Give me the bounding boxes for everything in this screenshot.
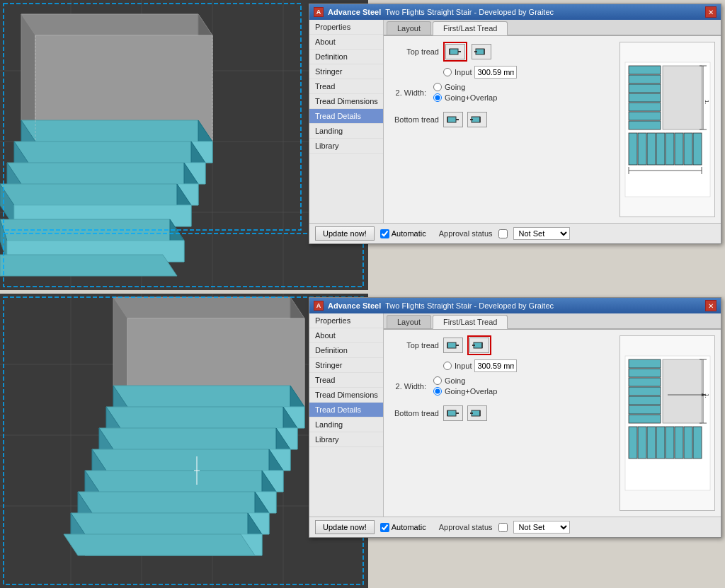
bottom-bar-top: Update now! Automatic Approval status No… (309, 223, 721, 243)
input-radio-top[interactable] (443, 68, 452, 76)
svg-rect-121 (472, 345, 475, 346)
input-radio-bottom[interactable] (443, 362, 452, 370)
not-set-select-top[interactable]: Not Set Approved Rejected (513, 227, 570, 240)
bottom-tread-icon1-btn-bottom[interactable] (443, 405, 463, 421)
going-radio-top[interactable] (433, 83, 442, 91)
top-tread-icon2-btn-bottom[interactable] (469, 338, 489, 353)
sidebar-bottom: Properties About Definition Stringer Tre… (309, 313, 384, 517)
content-panel-top: Top tread (384, 36, 721, 223)
svg-rect-91 (470, 119, 473, 120)
sidebar-item-tread-details[interactable]: Tread Details (309, 109, 383, 124)
dialog-titlebar-bottom: A Advance Steel Two Flights Straight Sta… (309, 298, 721, 313)
svg-marker-61 (92, 449, 283, 471)
svg-rect-138 (638, 427, 646, 459)
going-overlap-radio-row-top: Going+Overlap (433, 93, 497, 102)
bottom-tread-icon2-btn-bottom[interactable] (467, 405, 487, 421)
sidebar-bottom-library[interactable]: Library (309, 432, 383, 447)
sidebar-item-properties[interactable]: Properties (309, 20, 383, 35)
svg-rect-123 (447, 410, 456, 416)
svg-rect-143 (684, 427, 692, 459)
sidebar-item-definition[interactable]: Definition (309, 50, 383, 64)
svg-rect-109 (663, 66, 702, 129)
svg-marker-16 (14, 142, 205, 163)
going-overlap-radio-top[interactable] (433, 93, 442, 102)
input-radio-label-bottom: Input (455, 362, 472, 370)
not-set-select-bottom[interactable]: Not Set Approved Rejected (513, 521, 570, 534)
close-button-bottom[interactable]: ✕ (705, 300, 717, 311)
tab-first-last-tread-bottom[interactable]: First/Last Tread (433, 315, 508, 329)
going-radio-bottom[interactable] (433, 376, 442, 385)
svg-rect-104 (656, 133, 665, 165)
update-now-button-top[interactable]: Update now! (315, 226, 375, 241)
automatic-checkbox-row-bottom: Automatic (380, 523, 426, 532)
going-overlap-radio-bottom[interactable] (433, 387, 442, 396)
svg-rect-136 (629, 415, 661, 423)
sidebar-item-about[interactable]: About (309, 35, 383, 50)
svg-rect-117 (447, 342, 456, 348)
svg-marker-32 (0, 255, 177, 276)
sidebar-item-stringer[interactable]: Stringer (309, 64, 383, 79)
sidebar-bottom-definition[interactable]: Definition (309, 343, 383, 358)
update-now-button-bottom[interactable]: Update now! (315, 520, 375, 534)
svg-rect-101 (629, 133, 637, 165)
svg-rect-96 (629, 84, 661, 93)
svg-marker-12 (21, 120, 212, 142)
svg-marker-69 (78, 492, 269, 513)
title-dialog-bottom: Two Flights Straight Stair - Developed b… (385, 301, 554, 310)
svg-text:1.: 1. (704, 393, 710, 398)
tab-layout-bottom[interactable]: Layout (387, 315, 431, 328)
svg-rect-144 (693, 427, 702, 459)
not-set-checkbox-bottom[interactable] (498, 523, 508, 532)
svg-rect-100 (629, 121, 661, 129)
sidebar-item-library[interactable]: Library (309, 139, 383, 154)
automatic-label-bottom: Automatic (392, 523, 426, 531)
approval-status-label-top: Approval status (439, 229, 493, 238)
preview-panel-bottom: 1. (620, 335, 715, 511)
tab-layout-top[interactable]: Layout (387, 21, 431, 35)
automatic-checkbox-bottom[interactable] (380, 523, 389, 532)
input-value-top[interactable] (474, 66, 517, 79)
top-tread-icon1-btn-bottom[interactable] (443, 338, 463, 353)
bottom-tread-row-bottom: Bottom tread (389, 405, 614, 421)
width-label-bottom: 2. Width: (389, 382, 426, 391)
going-radio-row-bottom: Going (433, 376, 497, 385)
sidebar-item-landing[interactable]: Landing (309, 124, 383, 139)
not-set-checkbox-top[interactable] (498, 229, 508, 238)
sidebar-item-tread-dimensions[interactable]: Tread Dimensions (309, 94, 383, 109)
sidebar-bottom-tread[interactable]: Tread (309, 373, 383, 388)
automatic-checkbox-top[interactable] (380, 229, 389, 238)
sidebar-bottom-tread-dimensions[interactable]: Tread Dimensions (309, 388, 383, 403)
tab-first-last-tread-top[interactable]: First/Last Tread (433, 21, 508, 35)
top-tread-icon2-btn[interactable] (472, 44, 491, 59)
svg-rect-94 (629, 66, 661, 74)
svg-rect-99 (629, 112, 661, 120)
sidebar-bottom-stringer[interactable]: Stringer (309, 358, 383, 373)
sidebar-bottom-properties[interactable]: Properties (309, 313, 383, 328)
svg-marker-20 (7, 163, 198, 184)
input-value-bottom[interactable] (474, 359, 517, 372)
bottom-tread-icon1-btn[interactable] (443, 112, 463, 127)
top-tread-icon1-btn[interactable] (445, 44, 465, 59)
sidebar-bottom-tread-details[interactable]: Tread Details (309, 403, 383, 417)
bottom-tread-icon2-btn[interactable] (467, 112, 487, 127)
svg-rect-132 (629, 378, 661, 386)
svg-rect-137 (629, 427, 637, 459)
svg-rect-97 (629, 93, 661, 102)
svg-rect-139 (647, 427, 656, 459)
sidebar-bottom-about[interactable]: About (309, 328, 383, 343)
automatic-label-top: Automatic (392, 229, 426, 238)
going-radio-row-top: Going (433, 83, 497, 91)
app-icon-bottom: A (314, 301, 324, 311)
main-content-bottom: Layout First/Last Tread Top tread (384, 313, 721, 517)
svg-rect-134 (629, 396, 661, 405)
svg-rect-141 (666, 427, 674, 459)
app-icon: A (314, 7, 324, 17)
going-label-top: Going (445, 83, 465, 91)
top-tread-icon2-highlight-bottom (467, 335, 491, 355)
preview-panel-top: 1. (620, 42, 715, 217)
close-button[interactable]: ✕ (705, 6, 717, 18)
sidebar-bottom-landing[interactable]: Landing (309, 417, 383, 432)
top-tread-row-bottom: Top tread (389, 335, 614, 355)
svg-rect-103 (647, 133, 656, 165)
sidebar-item-tread[interactable]: Tread (309, 79, 383, 94)
